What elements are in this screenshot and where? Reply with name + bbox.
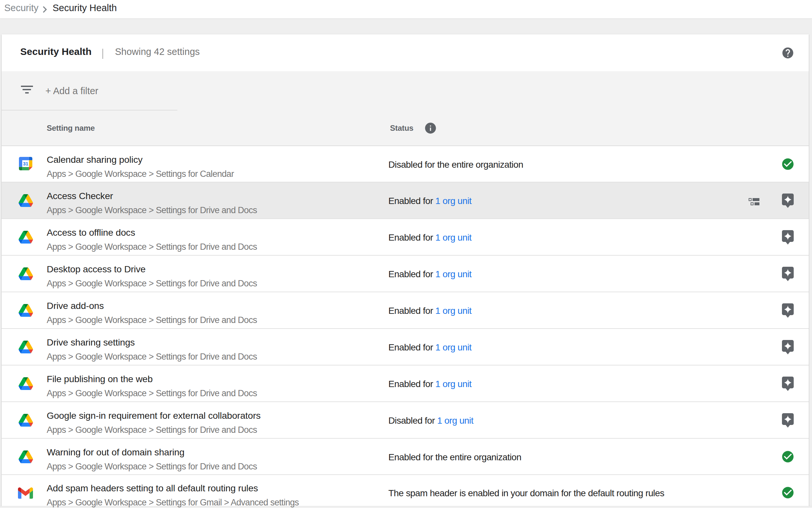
svg-text:31: 31 [23, 161, 28, 166]
